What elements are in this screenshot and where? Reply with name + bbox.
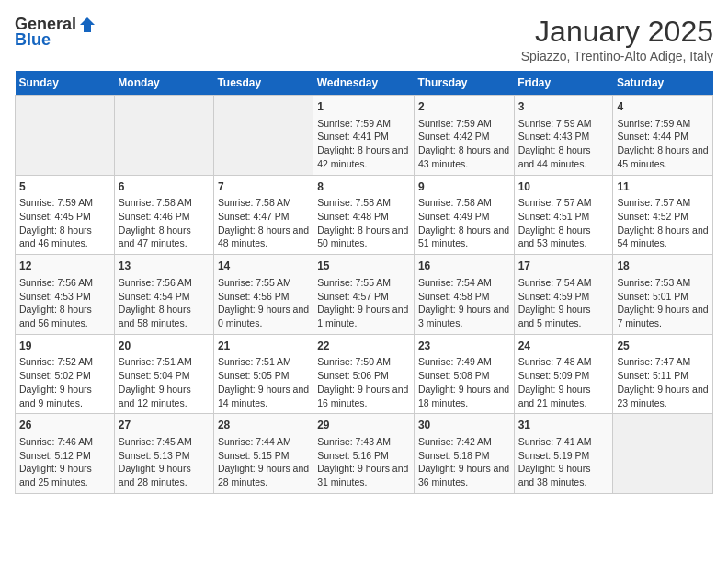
cell-content: Sunset: 4:53 PM	[19, 290, 110, 304]
cell-content: Sunset: 5:19 PM	[518, 449, 609, 463]
cell-content: Sunset: 4:49 PM	[418, 210, 510, 224]
cell-content: Daylight: 8 hours and 51 minutes.	[418, 224, 510, 250]
cell-content: Daylight: 9 hours and 18 minutes.	[418, 383, 510, 409]
cell-content: Sunrise: 7:58 AM	[317, 196, 410, 210]
cell-content: Sunset: 4:44 PM	[617, 130, 709, 144]
cell-content: Sunrise: 7:51 AM	[218, 355, 309, 369]
day-number: 5	[19, 179, 110, 195]
calendar-cell	[613, 414, 713, 494]
cell-content: Daylight: 9 hours and 12 minutes.	[119, 383, 210, 409]
weekday-header-wednesday: Wednesday	[313, 71, 415, 96]
cell-content: Sunset: 4:47 PM	[218, 210, 309, 224]
svg-marker-0	[80, 17, 95, 32]
calendar-cell: 15Sunrise: 7:55 AMSunset: 4:57 PMDayligh…	[313, 255, 415, 335]
cell-content: Sunset: 4:41 PM	[317, 130, 410, 144]
calendar-table: SundayMondayTuesdayWednesdayThursdayFrid…	[15, 71, 713, 494]
calendar-cell: 16Sunrise: 7:54 AMSunset: 4:58 PMDayligh…	[414, 255, 514, 335]
day-number: 3	[518, 99, 609, 115]
day-number: 14	[218, 259, 309, 274]
cell-content: Daylight: 8 hours and 45 minutes.	[617, 144, 709, 170]
cell-content: Daylight: 8 hours and 53 minutes.	[518, 224, 609, 250]
calendar-cell: 27Sunrise: 7:45 AMSunset: 5:13 PMDayligh…	[114, 414, 213, 494]
cell-content: Sunrise: 7:43 AM	[317, 435, 410, 449]
cell-content: Sunrise: 7:55 AM	[218, 276, 309, 290]
weekday-header-monday: Monday	[114, 71, 213, 96]
day-number: 11	[617, 179, 709, 195]
calendar-cell: 7Sunrise: 7:58 AMSunset: 4:47 PMDaylight…	[213, 175, 313, 255]
day-number: 29	[317, 418, 410, 433]
cell-content: Sunset: 4:46 PM	[119, 210, 210, 224]
weekday-header-tuesday: Tuesday	[213, 71, 313, 96]
cell-content: Daylight: 8 hours and 46 minutes.	[19, 224, 110, 250]
calendar-week-3: 12Sunrise: 7:56 AMSunset: 4:53 PMDayligh…	[16, 255, 713, 335]
cell-content: Daylight: 8 hours and 44 minutes.	[518, 144, 609, 170]
cell-content: Sunrise: 7:44 AM	[218, 435, 309, 449]
logo-icon	[78, 16, 97, 34]
calendar-cell: 25Sunrise: 7:47 AMSunset: 5:11 PMDayligh…	[613, 334, 713, 414]
cell-content: Sunrise: 7:49 AM	[418, 355, 510, 369]
cell-content: Daylight: 9 hours and 38 minutes.	[518, 462, 609, 488]
cell-content: Daylight: 9 hours and 31 minutes.	[317, 462, 410, 488]
cell-content: Daylight: 9 hours and 5 minutes.	[518, 303, 609, 329]
calendar-cell: 6Sunrise: 7:58 AMSunset: 4:46 PMDaylight…	[114, 175, 213, 255]
cell-content: Daylight: 8 hours and 56 minutes.	[19, 303, 110, 329]
day-number: 16	[418, 259, 510, 274]
cell-content: Sunset: 5:18 PM	[418, 449, 510, 463]
cell-content: Sunrise: 7:59 AM	[418, 117, 510, 131]
cell-content: Sunset: 5:13 PM	[119, 449, 210, 463]
cell-content: Daylight: 9 hours and 3 minutes.	[418, 303, 510, 329]
calendar-cell: 19Sunrise: 7:52 AMSunset: 5:02 PMDayligh…	[16, 334, 115, 414]
calendar-cell: 21Sunrise: 7:51 AMSunset: 5:05 PMDayligh…	[213, 334, 313, 414]
cell-content: Sunset: 5:09 PM	[518, 369, 609, 383]
cell-content: Sunset: 4:45 PM	[19, 210, 110, 224]
calendar-cell: 26Sunrise: 7:46 AMSunset: 5:12 PMDayligh…	[16, 414, 115, 494]
day-number: 22	[317, 339, 410, 354]
cell-content: Sunset: 4:51 PM	[518, 210, 609, 224]
weekday-header-sunday: Sunday	[16, 71, 115, 96]
cell-content: Daylight: 8 hours and 43 minutes.	[418, 144, 510, 170]
cell-content: Sunrise: 7:48 AM	[518, 355, 609, 369]
calendar-cell: 31Sunrise: 7:41 AMSunset: 5:19 PMDayligh…	[514, 414, 613, 494]
day-number: 25	[617, 339, 709, 354]
cell-content: Sunset: 4:57 PM	[317, 290, 410, 304]
day-number: 8	[317, 179, 410, 195]
day-number: 30	[418, 418, 510, 433]
cell-content: Sunset: 5:16 PM	[317, 449, 410, 463]
cell-content: Sunrise: 7:42 AM	[418, 435, 510, 449]
cell-content: Sunrise: 7:51 AM	[119, 355, 210, 369]
cell-content: Daylight: 8 hours and 48 minutes.	[218, 224, 309, 250]
day-number: 31	[518, 418, 609, 433]
cell-content: Daylight: 8 hours and 42 minutes.	[317, 144, 410, 170]
cell-content: Daylight: 9 hours and 28 minutes.	[218, 462, 309, 488]
cell-content: Sunset: 4:43 PM	[518, 130, 609, 144]
cell-content: Sunrise: 7:54 AM	[418, 276, 510, 290]
cell-content: Daylight: 8 hours and 47 minutes.	[119, 224, 210, 250]
day-number: 15	[317, 259, 410, 274]
day-number: 13	[119, 259, 210, 274]
calendar-cell: 17Sunrise: 7:54 AMSunset: 4:59 PMDayligh…	[514, 255, 613, 335]
cell-content: Daylight: 9 hours and 7 minutes.	[617, 303, 709, 329]
day-number: 26	[19, 418, 110, 433]
cell-content: Sunrise: 7:53 AM	[617, 276, 709, 290]
calendar-cell: 24Sunrise: 7:48 AMSunset: 5:09 PMDayligh…	[514, 334, 613, 414]
title-section: January 2025 Spiazzo, Trentino-Alto Adig…	[521, 15, 713, 63]
calendar-cell: 20Sunrise: 7:51 AMSunset: 5:04 PMDayligh…	[114, 334, 213, 414]
cell-content: Sunset: 5:15 PM	[218, 449, 309, 463]
cell-content: Daylight: 8 hours and 58 minutes.	[119, 303, 210, 329]
cell-content: Sunset: 5:01 PM	[617, 290, 709, 304]
calendar-cell: 14Sunrise: 7:55 AMSunset: 4:56 PMDayligh…	[213, 255, 313, 335]
cell-content: Sunrise: 7:46 AM	[19, 435, 110, 449]
cell-content: Sunrise: 7:56 AM	[19, 276, 110, 290]
cell-content: Sunset: 5:05 PM	[218, 369, 309, 383]
calendar-cell: 2Sunrise: 7:59 AMSunset: 4:42 PMDaylight…	[414, 96, 514, 176]
calendar-cell: 28Sunrise: 7:44 AMSunset: 5:15 PMDayligh…	[213, 414, 313, 494]
calendar-cell: 18Sunrise: 7:53 AMSunset: 5:01 PMDayligh…	[613, 255, 713, 335]
calendar-cell: 8Sunrise: 7:58 AMSunset: 4:48 PMDaylight…	[313, 175, 415, 255]
calendar-cell: 4Sunrise: 7:59 AMSunset: 4:44 PMDaylight…	[613, 96, 713, 176]
calendar-cell: 13Sunrise: 7:56 AMSunset: 4:54 PMDayligh…	[114, 255, 213, 335]
cell-content: Sunrise: 7:55 AM	[317, 276, 410, 290]
cell-content: Daylight: 9 hours and 25 minutes.	[19, 462, 110, 488]
weekday-header-friday: Friday	[514, 71, 613, 96]
day-number: 18	[617, 259, 709, 274]
cell-content: Daylight: 9 hours and 9 minutes.	[19, 383, 110, 409]
